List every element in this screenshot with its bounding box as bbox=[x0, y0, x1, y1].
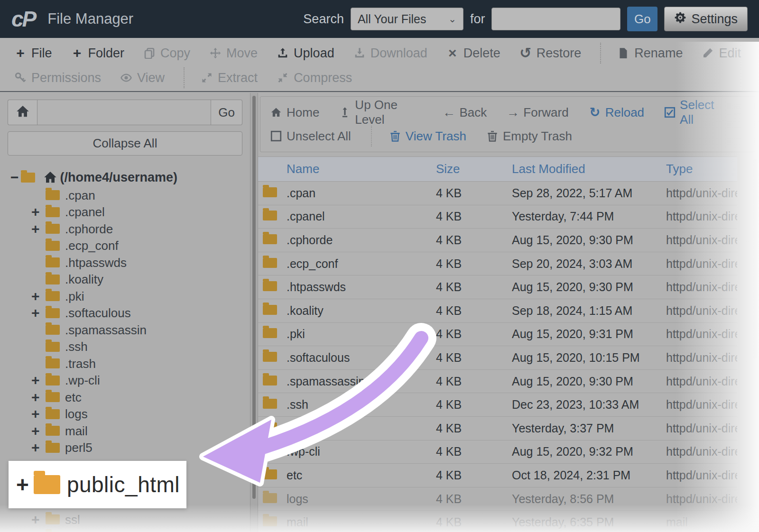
directory-tree: − (/home4/username) +.cpan+.cpanel+.cpho… bbox=[8, 168, 242, 532]
column-header-type[interactable]: Type bbox=[666, 162, 737, 176]
table-row-logs[interactable]: logs4 KBYesterday, 8:56 PMhttpd/unix-dir… bbox=[258, 487, 737, 511]
search-scope-value: All Your Files bbox=[358, 12, 426, 26]
tree-item-logs[interactable]: +logs bbox=[8, 406, 242, 423]
home-path-button[interactable] bbox=[8, 100, 37, 125]
settings-button[interactable]: Settings bbox=[664, 7, 748, 31]
tree-item-pki[interactable]: +.pki bbox=[8, 288, 242, 305]
toolbar-move-button[interactable]: Move bbox=[209, 46, 258, 61]
toolbar-delete-button[interactable]: ×Delete bbox=[446, 46, 500, 61]
table-row-wp-cli[interactable]: .wp-cli4 KBAug 15, 2020, 9:32 PMhttpd/un… bbox=[258, 440, 737, 464]
collapse-minus-icon[interactable]: − bbox=[10, 169, 19, 185]
scrollbar-thumb[interactable] bbox=[252, 96, 256, 499]
tree-item-koality[interactable]: +.koality bbox=[8, 271, 242, 288]
toolbar-upload-button[interactable]: Upload bbox=[277, 46, 334, 61]
path-input[interactable] bbox=[37, 100, 211, 125]
nav-empty-trash-link[interactable]: Empty Trash bbox=[486, 129, 572, 144]
expand-plus-icon[interactable]: + bbox=[31, 372, 46, 388]
toolbar-restore-button[interactable]: ↺Restore bbox=[519, 46, 582, 61]
tree-item-cphorde[interactable]: +.cphorde bbox=[8, 220, 242, 238]
expand-plus-icon[interactable]: + bbox=[31, 221, 46, 237]
toolbar-compress-button[interactable]: Compress bbox=[277, 71, 352, 85]
nav-back-link[interactable]: ←Back bbox=[443, 105, 487, 120]
nav-forward-link[interactable]: →Forward bbox=[507, 105, 568, 120]
table-row-softaculous[interactable]: .softaculous4 KBAug 15, 2020, 10:15 PMht… bbox=[258, 346, 737, 370]
table-row-trash[interactable]: .trash4 KBYesterday, 3:37 PMhttpd/unix-d… bbox=[258, 417, 737, 440]
tree-item-cpan[interactable]: +.cpan bbox=[8, 187, 242, 204]
toolbar-permissions-button[interactable]: Permissions bbox=[14, 71, 101, 85]
tree-item-ssh[interactable]: +.ssh bbox=[8, 339, 242, 356]
nav-home-link[interactable]: Home bbox=[270, 105, 319, 120]
tree-item-public-html-highlighted[interactable]: + public_html bbox=[9, 461, 186, 508]
tree-item-trash[interactable]: +.trash bbox=[8, 355, 242, 372]
path-go-button[interactable]: Go bbox=[211, 100, 242, 125]
nav-view-trash-link[interactable]: View Trash bbox=[389, 129, 466, 144]
table-row-pki[interactable]: .pki4 KBAug 15, 2020, 9:31 PMhttpd/unix-… bbox=[258, 323, 737, 347]
tree-item-spamassassin[interactable]: +.spamassassin bbox=[8, 321, 242, 339]
table-row-koality[interactable]: .koality4 KBSep 18, 2024, 1:15 AMhttpd/u… bbox=[258, 299, 737, 323]
table-row-mail[interactable]: mail4 KBYesterday, 6:35 PMmail bbox=[258, 511, 737, 532]
toolbar-row-2: PermissionsViewExtractCompress bbox=[14, 65, 759, 90]
expand-plus-icon[interactable]: + bbox=[31, 204, 46, 220]
toolbar-download-button[interactable]: Download bbox=[353, 46, 427, 61]
tree-item-mail[interactable]: +mail bbox=[8, 422, 242, 440]
expand-plus-icon[interactable]: + bbox=[31, 305, 46, 321]
expand-plus-icon[interactable]: + bbox=[31, 423, 46, 439]
table-row-ssh[interactable]: .ssh4 KBDec 23, 2023, 10:33 AMhttpd/unix… bbox=[258, 393, 737, 417]
tree-item-cpanel[interactable]: +.cpanel bbox=[8, 204, 242, 221]
tree-item-perl5[interactable]: +perl5 bbox=[8, 440, 242, 457]
folder-icon bbox=[263, 493, 277, 503]
toolbar-rename-button[interactable]: Rename bbox=[617, 46, 683, 61]
search-input[interactable] bbox=[491, 8, 620, 30]
folder-icon bbox=[263, 446, 277, 456]
toolbar-button-label: Folder bbox=[88, 46, 125, 61]
table-row-etc[interactable]: etc4 KBOct 18, 2024, 2:31 PMhttpd/unix-d… bbox=[258, 464, 737, 487]
tree-item-wp-cli[interactable]: +.wp-cli bbox=[8, 372, 242, 389]
expand-plus-icon[interactable]: + bbox=[31, 528, 46, 532]
toolbar-file-button[interactable]: +File bbox=[14, 46, 52, 61]
table-row-cpanel[interactable]: .cpanel4 KBYesterday, 7:44 PMhttpd/unix-… bbox=[258, 205, 737, 229]
home-icon bbox=[270, 106, 282, 119]
column-header-name[interactable]: Name bbox=[287, 162, 436, 176]
table-row-htpasswds[interactable]: .htpasswds4 KBAug 15, 2020, 9:30 PMhttpd… bbox=[258, 275, 737, 299]
column-header-size[interactable]: Size bbox=[436, 162, 512, 176]
tree-item-htpasswds[interactable]: +.htpasswds bbox=[8, 254, 242, 271]
file-modified-cell: Yesterday, 8:56 PM bbox=[512, 492, 666, 506]
collapse-all-button[interactable]: Collapse All bbox=[8, 131, 242, 156]
folder-icon bbox=[263, 399, 277, 409]
search-scope-select[interactable]: All Your Files ⌄ bbox=[351, 8, 463, 30]
tree-item-softaculous[interactable]: +.softaculous bbox=[8, 305, 242, 322]
home-icon bbox=[43, 170, 57, 184]
toolbar-button-label: View bbox=[137, 71, 165, 85]
toolbar-copy-button[interactable]: Copy bbox=[143, 46, 190, 61]
nav-up-one-level-link[interactable]: Up One Level bbox=[339, 98, 423, 127]
expand-plus-icon[interactable]: + bbox=[31, 512, 46, 528]
file-modified-cell: Oct 18, 2024, 2:31 PM bbox=[512, 468, 666, 482]
table-row-spamassassin[interactable]: .spamassassin4 KBAug 15, 2020, 9:30 PMht… bbox=[258, 370, 737, 394]
nav-reload-link[interactable]: ↻Reload bbox=[589, 105, 644, 120]
tree-item-etc[interactable]: +etc bbox=[8, 389, 242, 406]
table-row-ecp-conf[interactable]: .ecp_conf4 KBSep 20, 2024, 3:03 AMhttpd/… bbox=[258, 252, 737, 276]
toolbar-folder-button[interactable]: +Folder bbox=[71, 46, 125, 61]
file-pane-scrollbar[interactable] bbox=[753, 159, 757, 358]
search-go-button[interactable]: Go bbox=[627, 7, 657, 31]
table-row-cphorde[interactable]: .cphorde4 KBAug 15, 2020, 9:30 PMhttpd/u… bbox=[258, 229, 737, 252]
tree-item-ssl[interactable]: +ssl bbox=[8, 511, 242, 528]
tree-root-home[interactable]: − (/home4/username) bbox=[8, 168, 242, 187]
pane-divider[interactable] bbox=[250, 93, 258, 532]
toolbar-edit-button[interactable]: Edit bbox=[702, 46, 741, 61]
nav-select-all-link[interactable]: Select All bbox=[664, 98, 725, 127]
expand-plus-icon[interactable]: + bbox=[31, 406, 46, 422]
table-row-cpan[interactable]: .cpan4 KBSep 28, 2022, 5:17 AMhttpd/unix… bbox=[258, 182, 737, 205]
expand-plus-icon[interactable]: + bbox=[31, 389, 46, 405]
nav-unselect-all-link[interactable]: Unselect All bbox=[270, 129, 351, 144]
tree-item-ecp-conf[interactable]: +.ecp_conf bbox=[8, 238, 242, 255]
expand-plus-icon[interactable]: + bbox=[31, 440, 46, 456]
tree-item-tmp[interactable]: +tmp bbox=[8, 528, 242, 532]
toolbar-extract-button[interactable]: Extract bbox=[201, 71, 258, 85]
folder-icon bbox=[263, 305, 277, 315]
expand-plus-icon[interactable]: + bbox=[16, 472, 29, 497]
expand-plus-icon[interactable]: + bbox=[31, 288, 46, 304]
column-header-modified[interactable]: Last Modified bbox=[512, 162, 666, 176]
file-type-cell: mail bbox=[666, 515, 737, 529]
toolbar-view-button[interactable]: View bbox=[120, 71, 165, 85]
